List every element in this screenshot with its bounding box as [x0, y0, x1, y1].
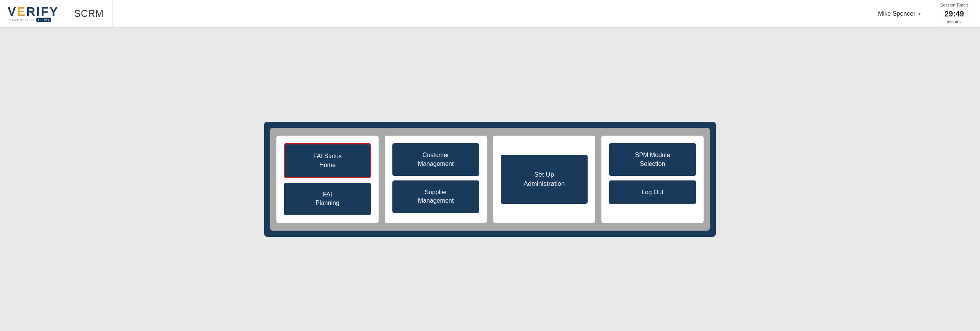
- verify-wordmark: VERIFY: [8, 5, 59, 18]
- main-content: FAI StatusHome FAIPlanning CustomerManag…: [0, 28, 980, 331]
- logo-verify: VERIFY POWERED BY IT IVIS: [8, 5, 59, 22]
- admin-card: Set UpAdministration: [493, 136, 595, 223]
- app-name: SCRM: [65, 8, 104, 20]
- ivis-badge: IT IVIS: [36, 18, 51, 22]
- customer-supplier-card: CustomerManagement SupplierManagement: [385, 136, 487, 223]
- user-menu[interactable]: Mike Spencer ▾: [878, 10, 921, 17]
- spm-card: SPM ModuleSelection Log Out: [601, 136, 704, 223]
- user-name: Mike Spencer: [878, 10, 915, 17]
- spm-module-selection-button[interactable]: SPM ModuleSelection: [609, 143, 696, 176]
- inner-panel: FAI StatusHome FAIPlanning CustomerManag…: [270, 128, 710, 231]
- session-time: 29:49: [940, 8, 968, 19]
- app-header: VERIFY POWERED BY IT IVIS SCRM Mike Spen…: [0, 0, 980, 28]
- header-right: Mike Spencer ▾ Session Timer: 29:49 minu…: [878, 0, 972, 28]
- outer-panel: FAI StatusHome FAIPlanning CustomerManag…: [264, 122, 716, 237]
- chevron-down-icon: ▾: [918, 11, 921, 16]
- session-label-mid: Timer:: [956, 3, 968, 7]
- fai-planning-button[interactable]: FAIPlanning: [284, 183, 371, 215]
- session-label-bottom: minutes: [947, 20, 962, 24]
- fai-card: FAI StatusHome FAIPlanning: [276, 136, 379, 223]
- fai-status-home-button[interactable]: FAI StatusHome: [284, 143, 371, 178]
- customer-management-button[interactable]: CustomerManagement: [392, 143, 479, 176]
- logo-area: VERIFY POWERED BY IT IVIS SCRM: [8, 0, 113, 27]
- session-timer: Session Timer: 29:49 minutes: [936, 0, 972, 28]
- powered-by-label: POWERED BY IT IVIS: [8, 18, 51, 22]
- set-up-administration-button[interactable]: Set UpAdministration: [501, 155, 588, 204]
- log-out-button[interactable]: Log Out: [609, 180, 696, 204]
- session-label-top: Session: [940, 3, 955, 7]
- supplier-management-button[interactable]: SupplierManagement: [392, 180, 479, 213]
